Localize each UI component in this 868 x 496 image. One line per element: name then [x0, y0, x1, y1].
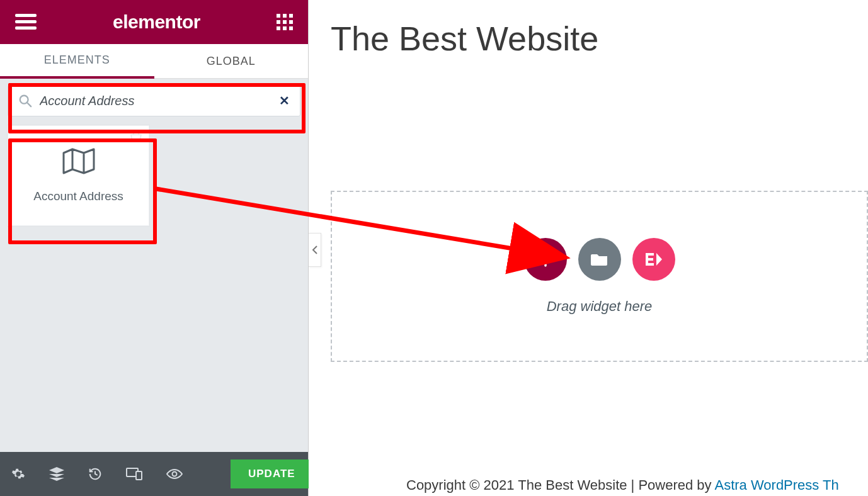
folder-icon — [591, 252, 608, 267]
add-section-button[interactable] — [524, 238, 567, 281]
elementskit-button[interactable] — [632, 238, 675, 281]
new-section-dropzone[interactable]: Drag widget here — [331, 191, 868, 362]
svg-rect-5 — [289, 14, 293, 18]
drop-hint-text: Drag widget here — [547, 298, 653, 315]
add-template-button[interactable] — [578, 238, 621, 281]
widget-search-input[interactable] — [40, 94, 271, 108]
svg-point-16 — [173, 472, 177, 476]
update-button[interactable]: UPDATE — [231, 459, 313, 488]
footer-theme-link[interactable]: Astra WordPress Th — [715, 477, 839, 493]
svg-rect-15 — [136, 471, 142, 480]
site-footer: Copyright © 2021 The Best Website | Powe… — [309, 477, 868, 496]
widget-label: Account Address — [33, 189, 123, 203]
clear-search-icon[interactable]: ✕ — [279, 94, 290, 107]
svg-rect-10 — [283, 26, 287, 30]
widgets-list: Account Address — [0, 120, 308, 452]
svg-rect-8 — [289, 20, 293, 24]
svg-rect-9 — [277, 26, 280, 30]
elementskit-icon — [644, 252, 663, 267]
svg-rect-7 — [283, 20, 287, 24]
bottom-toolbar: UPDATE — [0, 452, 308, 496]
plus-icon — [537, 251, 554, 268]
svg-rect-3 — [277, 14, 280, 18]
svg-rect-4 — [283, 14, 287, 18]
preview-canvas: The Best Website Drag widget here Copyri… — [309, 0, 868, 496]
brand-logo: elementor — [113, 11, 200, 33]
svg-rect-0 — [15, 14, 37, 17]
panel-tabs: ELEMENTS GLOBAL — [0, 44, 308, 79]
settings-icon[interactable] — [11, 467, 25, 481]
svg-rect-11 — [289, 26, 293, 30]
navigator-icon[interactable] — [49, 467, 64, 481]
preview-icon[interactable] — [166, 468, 183, 480]
tab-elements[interactable]: ELEMENTS — [0, 44, 154, 79]
page-title: The Best Website — [309, 0, 868, 77]
collapse-panel-handle[interactable] — [309, 233, 321, 267]
history-icon[interactable] — [88, 467, 102, 481]
search-icon — [18, 94, 32, 108]
map-icon — [62, 148, 95, 174]
cart-badge-icon — [128, 130, 144, 146]
tab-global[interactable]: GLOBAL — [154, 44, 309, 79]
svg-line-13 — [27, 103, 31, 106]
widgets-grid-icon[interactable] — [277, 14, 293, 30]
svg-rect-6 — [277, 20, 280, 24]
sidebar-header: elementor — [0, 0, 308, 44]
svg-rect-1 — [15, 20, 37, 23]
chevron-left-icon — [312, 245, 318, 254]
responsive-icon[interactable] — [126, 468, 142, 480]
widget-account-address[interactable]: Account Address — [8, 125, 149, 226]
svg-rect-2 — [15, 26, 37, 30]
footer-text: Copyright © 2021 The Best Website | Powe… — [406, 477, 715, 493]
widget-search-box: ✕ — [8, 85, 300, 116]
hamburger-menu-icon[interactable] — [15, 14, 37, 30]
